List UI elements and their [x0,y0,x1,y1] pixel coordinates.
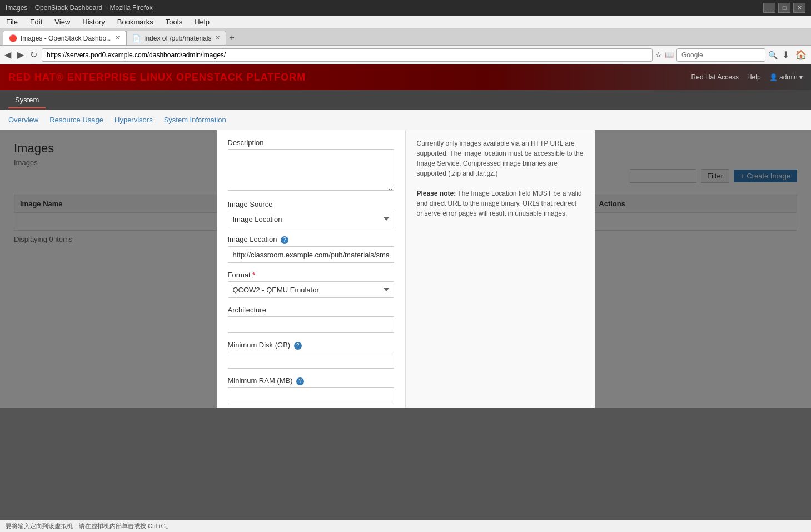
tab-images-label: Images - OpenStack Dashbo... [21,34,112,42]
info-note-label: Please note: [417,190,456,197]
secnav-hypervisors[interactable]: Hypervisors [115,116,153,124]
format-text: Format [228,271,251,279]
redhat-logo-text: RED HAT® ENTERPRISE LINUX OPENSTACK PLAT… [8,72,306,83]
description-label: Description [228,138,394,147]
secnav-overview[interactable]: Overview [8,116,38,124]
architecture-group: Architecture [228,306,394,333]
status-bar: 要将输入定向到该虚拟机，请在虚拟机内部单击或按 Ctrl+G。 [0,520,811,532]
redhat-access-link[interactable]: Red Hat Access [691,73,739,81]
min-disk-help-icon[interactable]: ? [294,342,302,350]
info-note: Please note: The Image Location field MU… [417,188,584,218]
status-text: 要将输入定向到该虚拟机，请在虚拟机内部单击或按 Ctrl+G。 [6,522,172,530]
tab-images-close[interactable]: ✕ [115,34,120,42]
reload-button[interactable]: ↻ [28,48,39,62]
maximize-button[interactable]: □ [778,3,790,13]
menu-help[interactable]: Help [191,17,213,27]
user-menu[interactable]: 👤 admin ▾ [769,73,803,81]
menu-bar: File Edit View History Bookmarks Tools H… [0,16,811,29]
create-image-dialog: Description Image Source Image Location … [217,130,595,408]
help-link[interactable]: Help [747,73,761,81]
minimize-button[interactable]: _ [763,3,775,13]
browser-content: RED HAT® ENTERPRISE LINUX OPENSTACK PLAT… [0,64,811,520]
modal-body: Description Image Source Image Location … [217,130,595,408]
image-source-group: Image Source Image Location Image File [228,200,394,227]
min-ram-label: Minimum RAM (MB) ? [228,376,394,385]
menu-edit[interactable]: Edit [27,17,46,27]
new-tab-button[interactable]: + [226,31,238,45]
secnav-sysinfo[interactable]: System Information [164,116,226,124]
sec-nav: Overview Resource Usage Hypervisors Syst… [0,110,811,130]
image-location-group: Image Location ? [228,235,394,263]
min-ram-help-icon[interactable]: ? [296,377,304,385]
forward-button[interactable]: ▶ [16,48,26,62]
download-button[interactable]: ⬇ [780,48,791,62]
image-location-label: Image Location ? [228,235,394,244]
architecture-input[interactable] [228,316,394,333]
tab-index[interactable]: 📄 Index of /pub/materials ✕ [126,31,226,45]
redhat-header: RED HAT® ENTERPRISE LINUX OPENSTACK PLAT… [0,64,811,90]
modal-overlay: Description Image Source Image Location … [0,130,811,408]
format-select[interactable]: QCOW2 - QEMU Emulator RAW VHD VMDK ISO O… [228,281,394,298]
user-icon: 👤 [769,73,778,81]
info-panel: Currently only images available via an H… [406,130,595,408]
min-disk-group: Minimum Disk (GB) ? [228,341,394,369]
back-button[interactable]: ◀ [3,48,13,62]
image-source-label: Image Source [228,200,394,208]
search-button[interactable]: 🔍 [768,51,778,59]
window-title: Images – OpenStack Dashboard – Mozilla F… [6,4,153,12]
min-disk-label: Minimum Disk (GB) ? [228,341,394,350]
format-label: Format * [228,271,394,279]
reader-icon[interactable]: 📖 [665,51,674,59]
min-ram-text: Minimum RAM (MB) [228,376,293,385]
min-ram-input[interactable] [228,387,394,404]
tab-index-icon: 📄 [132,34,141,42]
info-text: Currently only images available via an H… [417,138,584,178]
min-disk-input[interactable] [228,352,394,369]
format-group: Format * QCOW2 - QEMU Emulator RAW VHD V… [228,271,394,298]
search-input[interactable] [676,48,765,62]
image-location-text: Image Location [228,235,277,243]
redhat-logo: RED HAT® ENTERPRISE LINUX OPENSTACK PLAT… [8,72,306,83]
image-source-select[interactable]: Image Location Image File [228,211,394,227]
user-dropdown-icon: ▾ [799,73,803,81]
tab-images-favicon: 🔴 [9,34,17,42]
address-bar: ◀ ▶ ↻ ☆ 📖 🔍 ⬇ 🏠 [0,46,811,64]
header-right: Red Hat Access Help 👤 admin ▾ [691,73,803,81]
username: admin [779,73,798,81]
bookmark-icon[interactable]: ☆ [655,51,662,59]
sub-nav: System [0,90,811,110]
min-disk-text: Minimum Disk (GB) [228,341,291,349]
menu-tools[interactable]: Tools [162,17,186,27]
tab-index-close[interactable]: ✕ [215,34,220,42]
description-textarea[interactable] [228,149,394,191]
close-button[interactable]: ✕ [793,3,805,13]
page-body: Images Images Filter + Create Image Imag… [0,130,811,408]
image-location-input[interactable] [228,246,394,263]
home-button[interactable]: 🏠 [794,48,808,62]
address-input[interactable] [42,48,653,62]
title-bar: Images – OpenStack Dashboard – Mozilla F… [0,0,811,16]
menu-history[interactable]: History [79,17,108,27]
form-panel: Description Image Source Image Location … [217,130,406,408]
tab-index-label: Index of /pub/materials [144,34,211,42]
subnav-system[interactable]: System [8,92,46,108]
image-location-help-icon[interactable]: ? [281,236,288,244]
menu-view[interactable]: View [51,17,73,27]
menu-file[interactable]: File [3,17,21,27]
menu-bookmarks[interactable]: Bookmarks [114,17,157,27]
architecture-label: Architecture [228,306,394,314]
window-controls[interactable]: _ □ ✕ [763,3,805,13]
description-group: Description [228,138,394,192]
format-required: * [252,271,255,279]
secnav-resource[interactable]: Resource Usage [49,116,103,124]
tab-images[interactable]: 🔴 Images - OpenStack Dashbo... ✕ [3,31,126,45]
tab-bar: 🔴 Images - OpenStack Dashbo... ✕ 📄 Index… [0,29,811,46]
min-ram-group: Minimum RAM (MB) ? [228,376,394,404]
